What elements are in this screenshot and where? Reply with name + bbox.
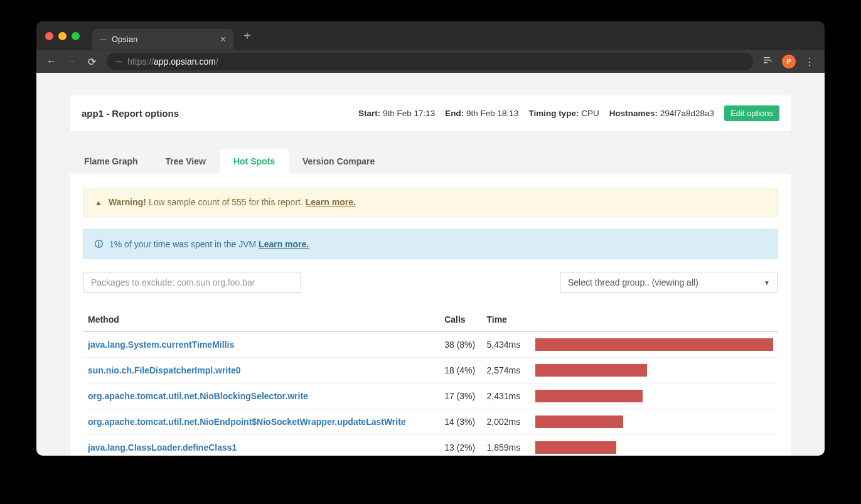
timing-meta: Timing type: CPU	[528, 109, 599, 118]
tab-tree-view[interactable]: Tree View	[152, 149, 220, 174]
bar-cell	[530, 331, 778, 358]
table-row: org.apache.tomcat.util.net.NioBlockingSe…	[83, 383, 778, 409]
traffic-lights	[45, 32, 80, 40]
end-meta: End: 9th Feb 18:13	[445, 109, 518, 118]
calls-cell: 38 (8%)	[439, 331, 481, 358]
header-time: Time	[481, 308, 530, 331]
calls-cell: 17 (3%)	[439, 383, 481, 409]
svg-rect-0	[764, 57, 770, 58]
edit-options-button[interactable]: Edit options	[724, 105, 779, 121]
report-title: app1 - Report options	[82, 108, 179, 119]
close-tab-icon[interactable]: ×	[220, 34, 226, 45]
thread-group-select[interactable]: Select thread group.. (viewing all) ▼	[560, 272, 778, 293]
start-meta: Start: 9th Feb 17:13	[358, 109, 435, 118]
reload-button[interactable]: ⟳	[87, 56, 97, 68]
tab-flame-graph[interactable]: Flame Graph	[70, 149, 152, 174]
tab-title: Opsian	[112, 35, 215, 44]
report-tabs: Flame GraphTree ViewHot SpotsVersion Com…	[70, 149, 791, 174]
warning-text: Warning! Low sample count of 555 for thi…	[109, 197, 356, 207]
calls-cell: 13 (2%)	[439, 435, 481, 456]
bar-cell	[530, 358, 778, 383]
menu-icon[interactable]: ⋮	[805, 56, 815, 68]
bar-cell	[530, 435, 778, 456]
time-bar	[535, 338, 773, 351]
calls-cell: 18 (4%)	[439, 358, 481, 383]
new-tab-button[interactable]: +	[243, 29, 251, 43]
tab-hot-spots[interactable]: Hot Spots	[220, 149, 289, 174]
method-link[interactable]: sun.nio.ch.FileDispatcherImpl.write0	[88, 365, 241, 375]
table-row: java.lang.System.currentTimeMillis38 (8%…	[83, 331, 778, 358]
warning-icon	[95, 197, 102, 207]
warning-alert: Warning! Low sample count of 555 for thi…	[83, 188, 778, 217]
packages-exclude-input[interactable]	[83, 272, 301, 293]
browser-tab[interactable]: ⁓ Opsian ×	[92, 29, 233, 50]
tab-version-compare[interactable]: Version Compare	[289, 149, 388, 174]
hotspots-table: Method Calls Time java.lang.System.curre…	[83, 308, 778, 456]
address-bar[interactable]: ⁓ https://app.opsian.com/	[107, 53, 753, 70]
window-close-button[interactable]	[45, 32, 53, 40]
back-button[interactable]: ←	[46, 56, 56, 67]
time-bar	[535, 441, 616, 454]
table-row: sun.nio.ch.FileDispatcherImpl.write018 (…	[83, 358, 778, 383]
time-cell: 5,434ms	[481, 331, 530, 358]
svg-rect-2	[764, 62, 767, 63]
time-bar	[535, 416, 623, 428]
bar-cell	[530, 409, 778, 435]
hostnames-meta: Hostnames: 294f7a8d28a3	[609, 109, 714, 118]
info-learn-more-link[interactable]: Learn more.	[259, 239, 309, 249]
method-link[interactable]: java.lang.ClassLoader.defineClass1	[88, 442, 237, 453]
svg-rect-1	[764, 60, 770, 61]
time-cell: 1,859ms	[481, 435, 530, 456]
page-content: app1 - Report options Start: 9th Feb 17:…	[36, 73, 825, 456]
table-row: org.apache.tomcat.util.net.NioEndpoint$N…	[83, 409, 778, 435]
bar-cell	[530, 383, 778, 409]
time-bar	[535, 390, 642, 402]
info-icon	[95, 239, 103, 250]
info-text: 1% of your time was spent in the JVM Lea…	[109, 239, 309, 249]
time-cell: 2,574ms	[481, 358, 530, 383]
header-bar	[530, 308, 778, 331]
calls-cell: 14 (3%)	[439, 409, 481, 435]
filter-row: Select thread group.. (viewing all) ▼	[83, 272, 778, 293]
browser-window: ⁓ Opsian × + ← → ⟳ ⁓ https://app.opsian.…	[36, 21, 825, 456]
customize-icon[interactable]	[763, 55, 773, 68]
tab-favicon-icon: ⁓	[100, 35, 107, 43]
method-link[interactable]: org.apache.tomcat.util.net.NioEndpoint$N…	[88, 417, 406, 427]
table-row: java.lang.ClassLoader.defineClass113 (2%…	[83, 435, 778, 456]
forward-button[interactable]: →	[67, 56, 77, 67]
main-panel: Warning! Low sample count of 555 for thi…	[70, 174, 791, 456]
site-icon: ⁓	[115, 58, 122, 66]
time-cell: 2,431ms	[481, 383, 530, 409]
toolbar: ← → ⟳ ⁓ https://app.opsian.com/ P ⋮	[36, 50, 825, 73]
header-calls: Calls	[439, 308, 481, 331]
method-link[interactable]: org.apache.tomcat.util.net.NioBlockingSe…	[88, 391, 308, 401]
thread-select-label: Select thread group.. (viewing all)	[568, 277, 698, 287]
time-bar	[535, 364, 647, 377]
window-minimize-button[interactable]	[58, 32, 67, 40]
warning-learn-more-link[interactable]: Learn more.	[306, 197, 356, 207]
time-cell: 2,002ms	[481, 409, 530, 435]
toolbar-right: P ⋮	[763, 55, 815, 68]
profile-avatar[interactable]: P	[782, 55, 796, 68]
info-alert: 1% of your time was spent in the JVM Lea…	[83, 229, 778, 259]
url-text: https://app.opsian.com/	[127, 56, 218, 67]
report-header: app1 - Report options Start: 9th Feb 17:…	[70, 95, 791, 131]
method-link[interactable]: java.lang.System.currentTimeMillis	[88, 340, 234, 350]
chevron-down-icon: ▼	[764, 279, 770, 286]
header-method: Method	[83, 308, 439, 331]
window-maximize-button[interactable]	[72, 32, 80, 40]
tab-bar: ⁓ Opsian × +	[36, 21, 825, 50]
